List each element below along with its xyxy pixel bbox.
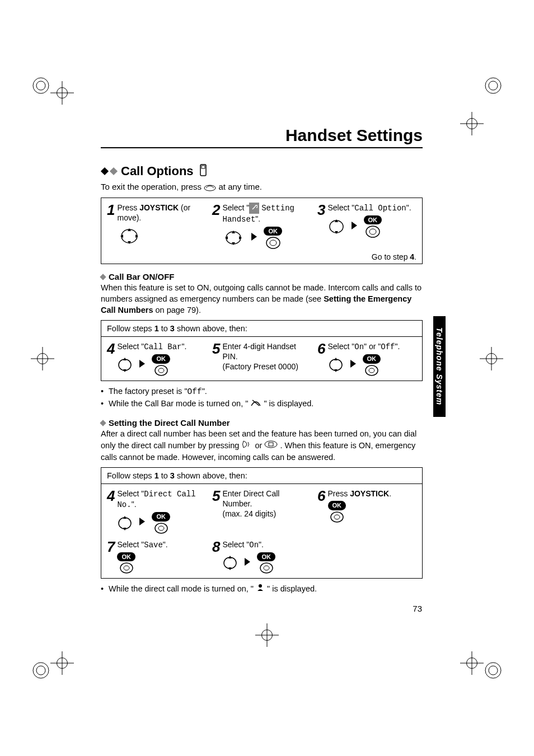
- arrow-icon: [139, 360, 145, 370]
- list-item: The factory preset is "Off".: [101, 386, 423, 398]
- svg-point-4: [33, 663, 49, 678]
- svg-rect-9: [202, 166, 205, 168]
- text-bold: 1: [154, 324, 159, 333]
- direct-step-6: 6 Press JOYSTICK. OK: [317, 489, 416, 522]
- svg-point-29: [158, 526, 164, 530]
- crop-mark-icon: [255, 623, 279, 647]
- step-number: 7: [107, 539, 115, 574]
- text: Select ": [328, 342, 355, 351]
- text: ".: [406, 203, 411, 212]
- ok-button-icon: OK: [364, 215, 382, 238]
- text: Follow steps: [107, 471, 154, 480]
- text: ".: [181, 342, 186, 351]
- step-1: 1 Press JOYSTICK (or move).: [107, 203, 206, 247]
- ok-button-icon: OK: [363, 354, 381, 375]
- text-mono: Off: [188, 387, 202, 396]
- ok-label: OK: [328, 501, 346, 510]
- subheading-text: Setting the Direct Call Number: [109, 418, 230, 428]
- callbar-step-4: 4 Select "Call Bar". OK: [107, 341, 206, 375]
- ok-button-icon: OK: [328, 501, 346, 522]
- text-bold: 1: [154, 471, 159, 480]
- crop-mark-icon: [460, 112, 484, 135]
- svg-point-32: [120, 563, 133, 573]
- text: shown above, then:: [175, 324, 247, 333]
- main-steps-box: 1 Press JOYSTICK (or move). 2 Select " S…: [101, 198, 423, 265]
- side-tab: Telephone System: [433, 316, 446, 417]
- svg-point-34: [224, 557, 236, 569]
- follow-steps-bar: Follow steps 1 to 3 shown above, then:: [101, 467, 423, 483]
- text: to: [159, 471, 170, 480]
- joystick-icon: [222, 228, 245, 248]
- ok-label: OK: [117, 552, 135, 561]
- arrow-icon: [352, 222, 357, 232]
- svg-point-37: [259, 584, 262, 588]
- text: Press: [117, 203, 139, 212]
- text: at any time.: [218, 182, 262, 191]
- talk-icon: [241, 440, 252, 452]
- text: Follow steps: [107, 324, 154, 333]
- callbar-steps-box: 4 Select "Call Bar". OK: [101, 336, 423, 381]
- text: " or ": [364, 342, 381, 351]
- svg-point-2: [485, 78, 501, 93]
- subheading-text: Call Bar ON/OFF: [109, 272, 175, 281]
- text: Select ": [117, 342, 144, 351]
- text-mono: Save: [144, 541, 163, 550]
- svg-point-28: [155, 523, 167, 533]
- arrow-icon: [139, 518, 145, 528]
- text: Press: [328, 489, 350, 498]
- diamond-icon: [100, 274, 106, 280]
- step-number: 4: [107, 489, 115, 534]
- direct-step-4: 4 Select "Direct Call No.". OK: [107, 489, 206, 534]
- crop-mark-icon: [50, 81, 74, 105]
- follow-steps-bar: Follow steps 1 to 3 shown above, then:: [101, 320, 423, 336]
- text: Select ": [222, 540, 249, 549]
- svg-point-0: [33, 78, 49, 93]
- crop-mark-icon: [480, 347, 503, 370]
- list-item: While the direct call mode is turned on,…: [101, 583, 423, 596]
- joystick-vertical-icon: [117, 514, 133, 533]
- direct-heading: Setting the Direct Call Number: [101, 418, 423, 428]
- text: ".: [202, 387, 207, 396]
- ok-button-icon: OK: [257, 552, 275, 574]
- content-area: Handset Settings Call Options To exit th…: [101, 126, 423, 596]
- step-number: 4: [107, 341, 115, 375]
- svg-point-25: [265, 441, 277, 448]
- text: Go to step: [372, 252, 410, 261]
- svg-point-13: [266, 237, 280, 248]
- text: Select ": [117, 489, 144, 498]
- text: to: [159, 324, 170, 333]
- page-number: 73: [413, 604, 422, 613]
- svg-point-16: [366, 226, 380, 237]
- ok-button-icon: OK: [117, 552, 135, 574]
- text: Select ": [222, 203, 249, 212]
- crop-mark-icon: [460, 651, 484, 675]
- svg-point-18: [119, 359, 131, 370]
- svg-point-21: [330, 359, 342, 370]
- handset-icon: [199, 164, 207, 179]
- text: .: [414, 252, 416, 261]
- crop-mark-icon: [50, 651, 74, 675]
- svg-point-7: [489, 666, 498, 675]
- text: ".: [163, 540, 168, 549]
- text-bold: 4: [410, 252, 414, 261]
- wrench-icon: [249, 203, 259, 214]
- ok-button-icon: OK: [264, 227, 282, 249]
- text: Enter 4-digit Handset PIN.: [222, 342, 296, 361]
- reg-mark-icon: [31, 76, 51, 96]
- svg-point-17: [369, 229, 376, 234]
- svg-point-20: [158, 368, 164, 373]
- text: .: [389, 489, 391, 498]
- step-number: 3: [317, 203, 325, 238]
- svg-point-36: [264, 566, 269, 570]
- svg-point-15: [330, 220, 343, 233]
- arrow-icon: [251, 233, 257, 243]
- ok-label: OK: [152, 512, 170, 521]
- exit-instruction: To exit the operation, press at any time…: [101, 182, 423, 193]
- ok-button-icon: OK: [152, 512, 170, 533]
- text: " is displayed.: [264, 399, 313, 408]
- text: While the direct call mode is turned on,…: [109, 584, 254, 593]
- arrow-icon: [245, 558, 250, 568]
- list-item: While the Call Bar mode is turned on, " …: [101, 398, 423, 410]
- direct-call-icon: [256, 583, 265, 596]
- direct-step-7: 7 Select "Save". OK: [107, 539, 206, 574]
